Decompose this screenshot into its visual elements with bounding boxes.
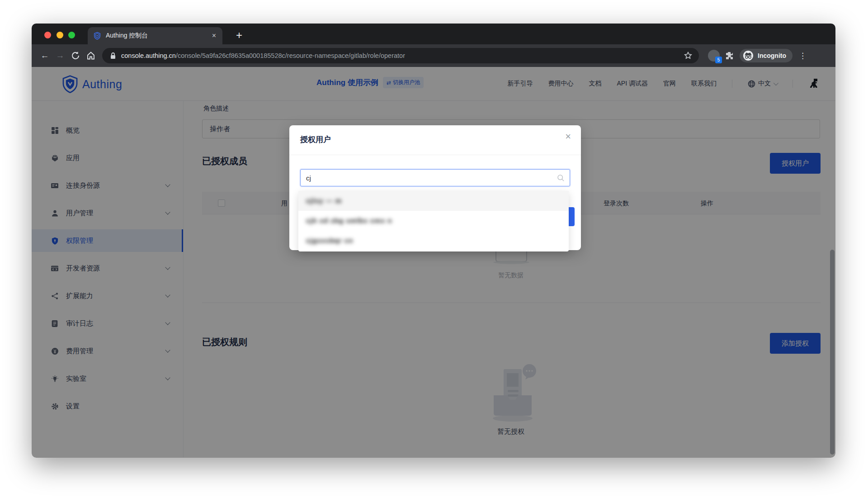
lock-icon [108, 52, 118, 59]
extension-badge: 5 [715, 57, 722, 63]
web-page: Authing Authing 使用示例 ⇄切换用户池 新手引导 费用中心 文档… [32, 67, 835, 458]
dropdown-option[interactable]: cjlxy — m [298, 191, 569, 211]
extensions-puzzle-icon[interactable] [723, 50, 735, 61]
modal-close-icon[interactable]: × [565, 132, 571, 142]
close-window-button[interactable] [44, 32, 51, 38]
maximize-window-button[interactable] [68, 32, 75, 38]
search-icon [557, 174, 565, 182]
redacted-username: cjlxy — m [306, 197, 342, 204]
browser-window: Authing 控制台 × + ← → console.authing.cn/c… [32, 24, 835, 458]
browser-tab[interactable]: Authing 控制台 × [88, 27, 222, 44]
redacted-username: cjgsxsbqr cn [306, 237, 354, 244]
url-path: /console/5a9fa26cf8635a000185528c/resour… [176, 52, 405, 59]
tab-strip: Authing 控制台 × + [32, 24, 835, 44]
bookmark-star-icon[interactable] [684, 51, 693, 60]
tab-title: Authing 控制台 [106, 32, 211, 40]
redacted-username: cjh xd zbg smlbx cmx n [306, 217, 392, 224]
tab-close-icon[interactable]: × [211, 32, 217, 40]
user-search-dropdown: cjlxy — m cjh xd zbg smlbx cmx n cjgsxsb… [298, 191, 569, 251]
dropdown-option[interactable]: cjgsxsbqr cn [298, 231, 569, 251]
new-tab-button[interactable]: + [232, 27, 246, 43]
authing-favicon [93, 32, 101, 40]
home-icon[interactable] [83, 51, 99, 61]
incognito-label: Incognito [758, 52, 786, 59]
authorize-user-modal: 授权用户 × cjlxy — m cjh xd zbg smlbx cmx n … [289, 125, 581, 250]
modal-title: 授权用户 [300, 134, 331, 145]
address-bar[interactable]: console.authing.cn/console/5a9fa26cf8635… [102, 48, 699, 63]
extension-icon[interactable]: 5 [708, 50, 720, 62]
minimize-window-button[interactable] [57, 32, 63, 38]
back-icon[interactable]: ← [37, 51, 52, 61]
browser-menu-icon[interactable]: ⋮ [799, 51, 807, 61]
incognito-badge: Incognito [740, 49, 793, 62]
url-host: console.authing.cn [121, 52, 176, 59]
dropdown-option[interactable]: cjh xd zbg smlbx cmx n [298, 211, 569, 231]
user-search-input[interactable] [300, 169, 570, 186]
forward-icon[interactable]: → [52, 51, 68, 61]
reload-icon[interactable] [68, 51, 83, 61]
incognito-spy-icon [742, 50, 754, 62]
browser-toolbar: ← → console.authing.cn/console/5a9fa26cf… [32, 44, 835, 67]
modal-divider [289, 155, 581, 155]
